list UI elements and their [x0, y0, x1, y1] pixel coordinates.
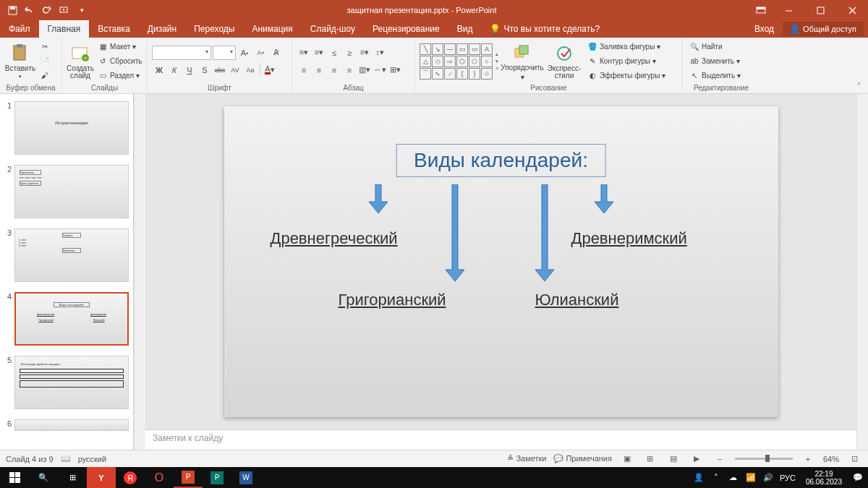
shape-c1[interactable]: ⌒: [420, 68, 431, 80]
italic-button[interactable]: К: [167, 63, 182, 77]
replace-button[interactable]: abЗаменить▾: [687, 55, 743, 68]
select-button[interactable]: ↖Выделить▾: [687, 69, 743, 82]
font-family-select[interactable]: [152, 46, 211, 60]
zoom-level[interactable]: 64%: [823, 455, 839, 463]
underline-button[interactable]: Ч: [182, 63, 197, 77]
close-icon[interactable]: [836, 0, 868, 20]
shape-arrow[interactable]: ↘: [432, 43, 443, 55]
layout-button[interactable]: ▦Макет▾: [95, 40, 144, 53]
app-powerpoint[interactable]: P: [174, 467, 203, 488]
paste-button[interactable]: Вставить▾: [4, 40, 36, 82]
thumbnail-slide-3[interactable]: Задачи1. текст2. текст3. текстГипотеза: [14, 228, 129, 282]
shape-text[interactable]: A: [481, 43, 493, 55]
font-size-select[interactable]: [213, 46, 236, 60]
app-opera[interactable]: O: [145, 467, 174, 488]
calendar-label-4[interactable]: Юлианский: [535, 291, 619, 309]
font-color-button[interactable]: A▾: [263, 63, 277, 77]
notes-toggle[interactable]: ≜ Заметки: [507, 454, 546, 463]
find-button[interactable]: 🔍Найти: [687, 40, 743, 53]
increase-indent-button[interactable]: ≥: [342, 46, 357, 60]
start-from-beginning-icon[interactable]: [56, 2, 72, 18]
arrow-shape[interactable]: [369, 184, 388, 213]
smartart-button[interactable]: ⊞▾: [388, 63, 402, 77]
app-word[interactable]: W: [231, 467, 260, 488]
arrange-button[interactable]: Упорядочить▾: [501, 40, 543, 82]
tray-up-icon[interactable]: ˄: [710, 472, 722, 484]
strike-button[interactable]: abc: [213, 63, 227, 77]
tray-language[interactable]: РУС: [780, 474, 796, 482]
tab-design[interactable]: Дизайн: [139, 20, 185, 38]
task-view-button[interactable]: ⊞: [58, 467, 87, 488]
save-icon[interactable]: [4, 2, 20, 18]
gallery-more[interactable]: ≡: [495, 66, 500, 71]
undo-icon[interactable]: [22, 2, 38, 18]
slide-scrollbar[interactable]: [856, 94, 868, 450]
gallery-down[interactable]: ▾: [495, 59, 500, 64]
slide-indicator[interactable]: Слайд 4 из 9: [6, 455, 54, 463]
shape-line2[interactable]: —: [444, 43, 456, 55]
arrow-shape[interactable]: [535, 184, 554, 281]
decrease-indent-button[interactable]: ≤: [327, 46, 341, 60]
shape-c3[interactable]: ⟋: [444, 68, 456, 80]
canvas[interactable]: Виды календарей: Древнегреческий Древнер…: [145, 94, 856, 429]
reset-button[interactable]: ↺Сбросить: [95, 55, 144, 68]
shape-br2[interactable]: }: [469, 68, 480, 80]
copy-button[interactable]: 📄: [38, 55, 52, 68]
ribbon-display-icon[interactable]: [749, 0, 773, 20]
notes-pane[interactable]: Заметки к слайду: [145, 429, 856, 450]
numbering-button[interactable]: ≡▾: [312, 46, 326, 60]
tab-insert[interactable]: Вставка: [89, 20, 139, 38]
tell-me[interactable]: 💡Что вы хотите сделать?: [481, 20, 608, 38]
shape-circ[interactable]: ○: [481, 56, 493, 67]
tray-wifi-icon[interactable]: 📶: [745, 472, 757, 484]
thumbnail-slide-6[interactable]: [14, 419, 129, 431]
shape-r2[interactable]: ⬠: [456, 56, 468, 67]
tray-onedrive-icon[interactable]: ☁: [728, 472, 739, 484]
cut-button[interactable]: ✂: [38, 40, 52, 53]
shape-arr[interactable]: ⇨: [444, 56, 456, 67]
quick-styles-button[interactable]: Экспресс- стили: [545, 40, 584, 82]
increase-font-button[interactable]: A▴: [237, 46, 252, 60]
zoom-slider[interactable]: [735, 458, 793, 460]
slide[interactable]: Виды календарей: Древнегреческий Древнер…: [224, 106, 778, 417]
section-button[interactable]: ▭Раздел▾: [95, 69, 144, 82]
app-yandex[interactable]: Y: [87, 467, 116, 488]
bullets-button[interactable]: ≡▾: [297, 46, 311, 60]
tab-home[interactable]: Главная: [39, 20, 90, 38]
align-right-button[interactable]: ≡: [327, 63, 341, 77]
redo-icon[interactable]: [39, 2, 55, 18]
calendar-label-3[interactable]: Григорианский: [339, 291, 446, 309]
char-spacing-button[interactable]: AV: [228, 63, 242, 77]
shape-rect2[interactable]: ▭: [469, 43, 480, 55]
comments-toggle[interactable]: 💬 Примечания: [553, 454, 612, 463]
thumbnail-slide-1[interactable]: История календаря: [14, 101, 129, 155]
tab-file[interactable]: Файл: [0, 20, 39, 38]
sorter-view-button[interactable]: ⊞: [642, 453, 658, 466]
fit-button[interactable]: ⊡: [846, 453, 862, 466]
shape-fill-button[interactable]: 🪣Заливка фигуры▾: [585, 40, 668, 53]
tray-notifications-icon[interactable]: 💬: [852, 472, 864, 484]
app-publisher[interactable]: P: [203, 467, 231, 488]
qat-more-icon[interactable]: ▾: [74, 2, 90, 18]
zoom-out-button[interactable]: −: [712, 453, 728, 466]
tab-transitions[interactable]: Переходы: [185, 20, 243, 38]
minimize-icon[interactable]: [773, 0, 804, 20]
slideshow-view-button[interactable]: ▶: [689, 453, 705, 466]
tab-view[interactable]: Вид: [448, 20, 482, 38]
arrow-shape[interactable]: [446, 184, 464, 281]
calendar-label-1[interactable]: Древнегреческий: [271, 229, 398, 248]
share-button[interactable]: 👤Общий доступ: [783, 22, 864, 36]
shadow-button[interactable]: S: [197, 63, 212, 77]
shape-c2[interactable]: ∿: [432, 68, 443, 80]
tab-slideshow[interactable]: Слайд-шоу: [302, 20, 364, 38]
shape-r3[interactable]: ⬡: [469, 56, 480, 67]
tray-clock[interactable]: 22:1906.06.2023: [801, 470, 846, 486]
justify-button[interactable]: ≡: [342, 63, 357, 77]
calendar-label-2[interactable]: Древнеримский: [571, 229, 687, 248]
shape-star[interactable]: ☆: [481, 68, 493, 80]
collapse-ribbon-button[interactable]: ˄: [854, 80, 864, 90]
arrow-shape[interactable]: [595, 184, 613, 213]
new-slide-button[interactable]: +Создать слайд: [67, 40, 94, 82]
format-painter-button[interactable]: 🖌: [38, 69, 52, 82]
thumbnail-slide-5[interactable]: Календари древних народов:: [14, 356, 129, 409]
